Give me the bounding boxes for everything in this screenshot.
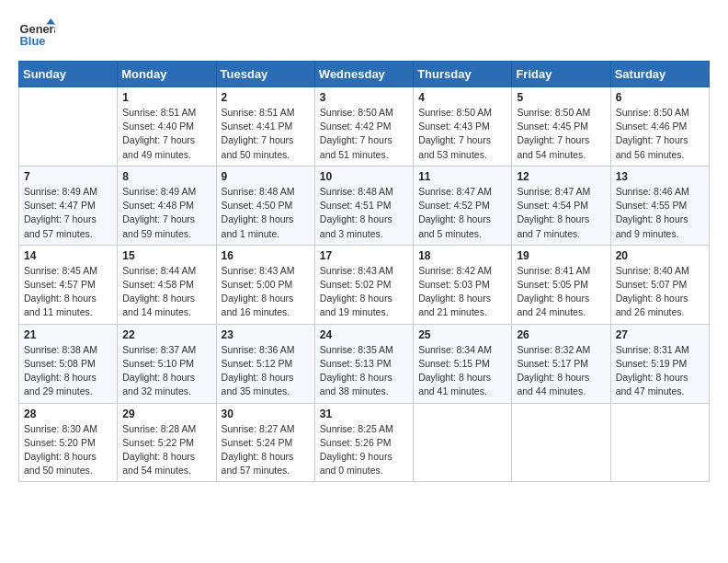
svg-text:Blue: Blue — [20, 34, 46, 48]
weekday-header-tuesday: Tuesday — [216, 62, 314, 87]
day-number: 3 — [320, 91, 408, 104]
svg-marker-2 — [46, 18, 55, 24]
week-row-1: 1Sunrise: 8:51 AM Sunset: 4:40 PM Daylig… — [19, 87, 710, 167]
calendar-cell: 11Sunrise: 8:47 AM Sunset: 4:52 PM Dayli… — [414, 166, 512, 245]
calendar-cell: 19Sunrise: 8:41 AM Sunset: 5:05 PM Dayli… — [512, 245, 610, 324]
calendar-cell: 16Sunrise: 8:43 AM Sunset: 5:00 PM Dayli… — [216, 245, 314, 324]
day-info: Sunrise: 8:41 AM Sunset: 5:05 PM Dayligh… — [517, 264, 605, 320]
calendar-cell: 23Sunrise: 8:36 AM Sunset: 5:12 PM Dayli… — [216, 324, 314, 403]
weekday-header-saturday: Saturday — [610, 62, 709, 87]
day-number: 22 — [122, 328, 210, 341]
day-info: Sunrise: 8:50 AM Sunset: 4:45 PM Dayligh… — [517, 106, 605, 162]
calendar-cell: 31Sunrise: 8:25 AM Sunset: 5:26 PM Dayli… — [314, 403, 413, 482]
day-info: Sunrise: 8:25 AM Sunset: 5:26 PM Dayligh… — [320, 422, 408, 478]
day-info: Sunrise: 8:49 AM Sunset: 4:47 PM Dayligh… — [24, 185, 112, 241]
calendar-cell: 22Sunrise: 8:37 AM Sunset: 5:10 PM Dayli… — [118, 324, 216, 403]
day-info: Sunrise: 8:44 AM Sunset: 4:58 PM Dayligh… — [122, 264, 210, 320]
day-info: Sunrise: 8:48 AM Sunset: 4:51 PM Dayligh… — [320, 185, 408, 241]
day-number: 29 — [122, 408, 210, 420]
day-info: Sunrise: 8:50 AM Sunset: 4:43 PM Dayligh… — [418, 106, 506, 162]
day-info: Sunrise: 8:42 AM Sunset: 5:03 PM Dayligh… — [418, 264, 506, 320]
weekday-header-thursday: Thursday — [414, 62, 512, 87]
weekday-header-friday: Friday — [512, 62, 610, 87]
calendar-cell: 5Sunrise: 8:50 AM Sunset: 4:45 PM Daylig… — [512, 87, 610, 167]
day-info: Sunrise: 8:50 AM Sunset: 4:46 PM Dayligh… — [616, 106, 704, 162]
calendar-cell: 25Sunrise: 8:34 AM Sunset: 5:15 PM Dayli… — [414, 324, 512, 403]
calendar-cell: 18Sunrise: 8:42 AM Sunset: 5:03 PM Dayli… — [414, 245, 512, 324]
weekday-header-sunday: Sunday — [19, 62, 118, 87]
day-info: Sunrise: 8:48 AM Sunset: 4:50 PM Dayligh… — [222, 185, 310, 241]
day-info: Sunrise: 8:36 AM Sunset: 5:12 PM Dayligh… — [222, 343, 310, 399]
day-number: 10 — [320, 170, 408, 183]
day-number: 21 — [24, 328, 112, 341]
calendar-cell: 6Sunrise: 8:50 AM Sunset: 4:46 PM Daylig… — [610, 87, 709, 167]
weekday-header-wednesday: Wednesday — [314, 62, 413, 87]
day-number: 27 — [616, 328, 704, 341]
day-info: Sunrise: 8:49 AM Sunset: 4:48 PM Dayligh… — [122, 185, 210, 241]
week-row-5: 28Sunrise: 8:30 AM Sunset: 5:20 PM Dayli… — [19, 403, 710, 482]
day-number: 16 — [222, 249, 310, 262]
calendar-cell: 21Sunrise: 8:38 AM Sunset: 5:08 PM Dayli… — [19, 324, 118, 403]
weekday-header-monday: Monday — [118, 62, 216, 87]
calendar-cell: 12Sunrise: 8:47 AM Sunset: 4:54 PM Dayli… — [512, 166, 610, 245]
day-number: 26 — [517, 328, 605, 341]
week-row-4: 21Sunrise: 8:38 AM Sunset: 5:08 PM Dayli… — [19, 324, 710, 403]
day-number: 30 — [222, 408, 310, 420]
week-row-2: 7Sunrise: 8:49 AM Sunset: 4:47 PM Daylig… — [19, 166, 710, 245]
day-info: Sunrise: 8:51 AM Sunset: 4:40 PM Dayligh… — [122, 106, 210, 162]
calendar-cell: 24Sunrise: 8:35 AM Sunset: 5:13 PM Dayli… — [314, 324, 413, 403]
day-number: 31 — [320, 408, 408, 420]
calendar-cell: 4Sunrise: 8:50 AM Sunset: 4:43 PM Daylig… — [414, 87, 512, 167]
day-number: 1 — [122, 91, 210, 104]
calendar-cell: 1Sunrise: 8:51 AM Sunset: 4:40 PM Daylig… — [118, 87, 216, 167]
calendar-cell: 30Sunrise: 8:27 AM Sunset: 5:24 PM Dayli… — [216, 403, 314, 482]
day-number: 25 — [418, 328, 506, 341]
day-number: 5 — [517, 91, 605, 104]
calendar-cell: 9Sunrise: 8:48 AM Sunset: 4:50 PM Daylig… — [216, 166, 314, 245]
week-row-3: 14Sunrise: 8:45 AM Sunset: 4:57 PM Dayli… — [19, 245, 710, 324]
day-info: Sunrise: 8:46 AM Sunset: 4:55 PM Dayligh… — [616, 185, 704, 241]
day-number: 2 — [222, 91, 310, 104]
calendar-cell: 27Sunrise: 8:31 AM Sunset: 5:19 PM Dayli… — [610, 324, 709, 403]
day-info: Sunrise: 8:31 AM Sunset: 5:19 PM Dayligh… — [616, 343, 704, 399]
day-info: Sunrise: 8:37 AM Sunset: 5:10 PM Dayligh… — [122, 343, 210, 399]
day-number: 15 — [122, 249, 210, 262]
day-info: Sunrise: 8:32 AM Sunset: 5:17 PM Dayligh… — [517, 343, 605, 399]
day-info: Sunrise: 8:45 AM Sunset: 4:57 PM Dayligh… — [24, 264, 112, 320]
day-info: Sunrise: 8:40 AM Sunset: 5:07 PM Dayligh… — [616, 264, 704, 320]
day-number: 23 — [222, 328, 310, 341]
calendar-cell — [610, 403, 709, 482]
day-info: Sunrise: 8:47 AM Sunset: 4:52 PM Dayligh… — [418, 185, 506, 241]
calendar-table: SundayMondayTuesdayWednesdayThursdayFrid… — [18, 61, 710, 482]
weekday-header-row: SundayMondayTuesdayWednesdayThursdayFrid… — [19, 62, 710, 87]
day-number: 18 — [418, 249, 506, 262]
day-info: Sunrise: 8:50 AM Sunset: 4:42 PM Dayligh… — [320, 106, 408, 162]
page-header: General Blue — [18, 18, 710, 52]
day-number: 8 — [122, 170, 210, 183]
day-info: Sunrise: 8:43 AM Sunset: 5:02 PM Dayligh… — [320, 264, 408, 320]
calendar-cell: 28Sunrise: 8:30 AM Sunset: 5:20 PM Dayli… — [19, 403, 118, 482]
logo-icon: General Blue — [18, 18, 55, 52]
day-info: Sunrise: 8:51 AM Sunset: 4:41 PM Dayligh… — [222, 106, 310, 162]
logo: General Blue — [18, 18, 55, 52]
day-info: Sunrise: 8:35 AM Sunset: 5:13 PM Dayligh… — [320, 343, 408, 399]
day-number: 20 — [616, 249, 704, 262]
day-number: 7 — [24, 170, 112, 183]
calendar-cell — [19, 87, 118, 167]
day-number: 19 — [517, 249, 605, 262]
day-number: 11 — [418, 170, 506, 183]
day-number: 17 — [320, 249, 408, 262]
day-number: 4 — [418, 91, 506, 104]
day-number: 14 — [24, 249, 112, 262]
calendar-cell: 8Sunrise: 8:49 AM Sunset: 4:48 PM Daylig… — [118, 166, 216, 245]
calendar-cell: 3Sunrise: 8:50 AM Sunset: 4:42 PM Daylig… — [314, 87, 413, 167]
calendar-cell — [414, 403, 512, 482]
calendar-cell: 13Sunrise: 8:46 AM Sunset: 4:55 PM Dayli… — [610, 166, 709, 245]
calendar-cell — [512, 403, 610, 482]
calendar-cell: 2Sunrise: 8:51 AM Sunset: 4:41 PM Daylig… — [216, 87, 314, 167]
day-info: Sunrise: 8:30 AM Sunset: 5:20 PM Dayligh… — [24, 422, 112, 478]
day-info: Sunrise: 8:47 AM Sunset: 4:54 PM Dayligh… — [517, 185, 605, 241]
calendar-cell: 29Sunrise: 8:28 AM Sunset: 5:22 PM Dayli… — [118, 403, 216, 482]
calendar-cell: 17Sunrise: 8:43 AM Sunset: 5:02 PM Dayli… — [314, 245, 413, 324]
day-info: Sunrise: 8:27 AM Sunset: 5:24 PM Dayligh… — [222, 422, 310, 478]
